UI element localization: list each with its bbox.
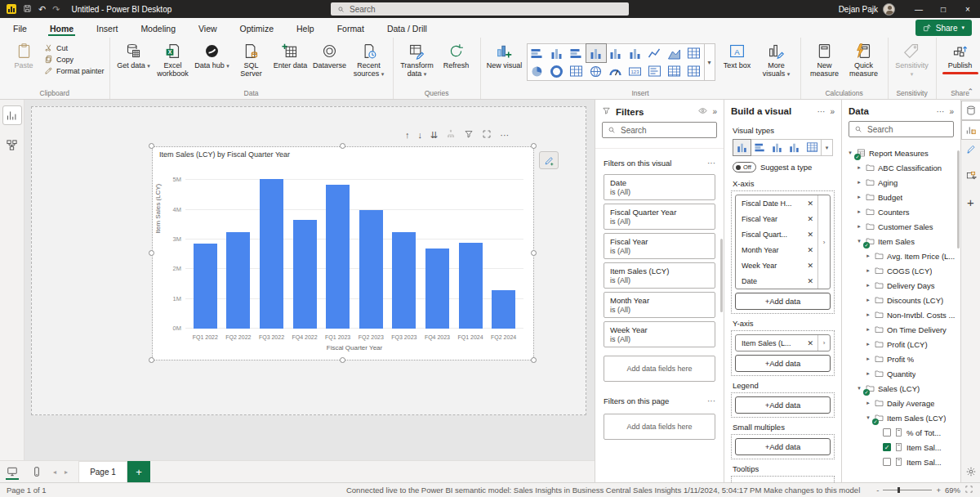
funnel-chart-icon[interactable]: [684, 44, 704, 62]
bar-fq4-2022[interactable]: [293, 220, 317, 329]
more-options-icon[interactable]: ···: [936, 107, 944, 116]
close-button[interactable]: ×: [956, 0, 980, 18]
build-visual-icon[interactable]: [962, 121, 980, 139]
visual-types-expand-chevron[interactable]: ▾: [821, 140, 832, 155]
filter-card-fiscal-quarter-year[interactable]: Fiscal Quarter Yearis (All): [604, 204, 715, 230]
expand-all-icon[interactable]: ⇊: [430, 131, 438, 140]
chevron-right-icon[interactable]: ▸: [865, 297, 871, 303]
remove-field-icon[interactable]: ✕: [805, 262, 815, 270]
tree-item-report-measures[interactable]: ▾✓Report Measures: [842, 146, 960, 160]
gauge-icon[interactable]: [606, 62, 626, 80]
expand-field-icon[interactable]: ›: [817, 335, 830, 351]
model-view-icon[interactable]: [3, 136, 21, 154]
tree-item-aging[interactable]: ▸Aging: [842, 175, 960, 190]
zoom-slider[interactable]: [883, 490, 932, 490]
user-avatar[interactable]: [883, 3, 895, 16]
bar-fq2-2022[interactable]: [226, 232, 250, 329]
tree-item-non-invtbl-costs-[interactable]: ▸Non-Invtbl. Costs ...: [842, 307, 960, 322]
chevron-right-icon[interactable]: ▸: [865, 400, 871, 406]
tree-item-item-sales[interactable]: ▾✓Item Sales: [842, 234, 960, 248]
field-pill-fiscal-date-h-[interactable]: Fiscal Date H...✕: [736, 195, 817, 211]
more-visuals-button[interactable]: More visuals ▾: [758, 41, 795, 78]
settings-gear-icon[interactable]: [961, 466, 980, 479]
mobile-layout-icon[interactable]: [24, 461, 49, 482]
bar-fq3-2022[interactable]: [260, 179, 283, 329]
chevron-right-icon[interactable]: ▸: [865, 253, 871, 259]
chevron-right-icon[interactable]: ▸: [865, 326, 871, 333]
clustered-column-chart-icon[interactable]: [786, 140, 803, 155]
field-checkbox[interactable]: [883, 428, 891, 437]
drill-up-icon[interactable]: ↑: [405, 131, 410, 140]
scrollbar[interactable]: [720, 239, 723, 312]
bar-chart-visual[interactable]: Item Sales (LCY) by Fiscal Quarter Year …: [152, 146, 534, 360]
field-pill-date[interactable]: Date✕: [736, 273, 817, 289]
bar-fq1-2022[interactable]: [194, 244, 217, 329]
menu-tab-modeling[interactable]: Modeling: [139, 20, 177, 36]
field-checkbox[interactable]: [883, 458, 891, 466]
tree-item-profit-lcy-[interactable]: ▸Profit (LCY): [842, 337, 960, 351]
100-stacked-column-chart-icon[interactable]: [626, 44, 645, 62]
filter-card-item-sales-lcy-[interactable]: Item Sales (LCY)is (All): [604, 262, 715, 289]
matrix-icon[interactable]: [684, 62, 704, 80]
menu-tab-view[interactable]: View: [197, 20, 219, 36]
filters-search-input[interactable]: Search: [602, 122, 717, 138]
chevron-right-icon[interactable]: ▸: [865, 267, 871, 274]
undo-icon[interactable]: ↶: [38, 5, 46, 14]
tree-item-counters[interactable]: ▸Counters: [842, 204, 960, 219]
tree-item-avg-item-price-l-[interactable]: ▸Avg. Item Price (L...: [842, 248, 960, 263]
focus-mode-icon[interactable]: [482, 129, 492, 141]
menu-tab-format[interactable]: Format: [336, 20, 366, 36]
chevron-right-icon[interactable]: ▸: [856, 223, 862, 230]
tree-item-profit-[interactable]: ▸Profit %: [842, 351, 960, 366]
ribbon-recent-sources-button[interactable]: Recent sources ▾: [350, 41, 388, 78]
add-filter-field-dropzone[interactable]: Add data fields here: [604, 414, 715, 440]
line-chart-icon[interactable]: [645, 44, 665, 62]
gallery-expand-chevron[interactable]: ▾: [704, 44, 715, 80]
add-filter-field-dropzone[interactable]: Add data fields here: [604, 356, 715, 382]
ribbon-data-hub-button[interactable]: Data hub ▾: [194, 41, 231, 69]
make-changes-link[interactable]: Make changes to this model: [764, 486, 860, 495]
titlebar-search-input[interactable]: Search: [331, 2, 629, 16]
card-icon[interactable]: 123: [626, 62, 645, 80]
multi-row-card-icon[interactable]: [645, 62, 665, 80]
stacked-bar-chart-icon[interactable]: [528, 44, 547, 62]
more-options-icon[interactable]: ···: [707, 396, 715, 405]
ribbon-new-measure-button[interactable]: New measure: [806, 41, 844, 78]
menu-tab-home[interactable]: Home: [48, 20, 75, 36]
pie-chart-icon[interactable]: [528, 62, 547, 80]
menu-tab-file[interactable]: File: [11, 20, 29, 36]
collapse-ribbon-chevron[interactable]: ⌃: [967, 87, 973, 96]
remove-field-icon[interactable]: ✕: [805, 199, 815, 208]
format-visual-button[interactable]: [539, 151, 559, 169]
ribbon-cut-button[interactable]: Cut: [44, 43, 105, 52]
tree-item-daily-average[interactable]: ▸Daily Average: [842, 396, 960, 410]
chevron-right-icon[interactable]: ▸: [865, 311, 871, 318]
suggest-type-toggle[interactable]: Off: [733, 162, 756, 172]
redo-icon[interactable]: ↷: [52, 5, 60, 14]
tree-item-item-sales-lcy-[interactable]: ▾✓Item Sales (LCY): [842, 410, 960, 425]
field-pill-week-year[interactable]: Week Year✕: [736, 257, 817, 273]
100-stacked-bar-chart-icon[interactable]: [567, 44, 586, 62]
selection-handle[interactable]: [149, 250, 154, 256]
format-brush-icon[interactable]: [962, 141, 980, 159]
ribbon-quick-measure-button[interactable]: Quick measure: [845, 41, 883, 78]
stacked-column-chart-icon[interactable]: [733, 140, 751, 155]
ribbon-copy-button[interactable]: Copy: [44, 55, 105, 64]
chevron-right-icon[interactable]: ▸: [856, 179, 862, 186]
selection-handle[interactable]: [149, 143, 154, 149]
tree-item-on-time-delivery[interactable]: ▸On Time Delivery: [842, 322, 960, 337]
stacked-column-chart-icon[interactable]: [547, 44, 567, 62]
ribbon-enter-data-button[interactable]: Enter data: [272, 41, 310, 69]
eye-icon[interactable]: [698, 106, 707, 117]
field-pill-month-year[interactable]: Month Year✕: [736, 242, 817, 257]
tree-item-cogs-lcy-[interactable]: ▸COGS (LCY): [842, 263, 960, 278]
filter-card-week-year[interactable]: Week Yearis (All): [604, 321, 715, 347]
filter-card-date[interactable]: Dateis (All): [604, 174, 715, 200]
tree-item-delivery-days[interactable]: ▸Delivery Days: [842, 278, 960, 293]
scrollbar[interactable]: [957, 150, 960, 248]
collapse-pane-icon[interactable]: »: [712, 107, 717, 116]
map-icon[interactable]: [586, 62, 606, 80]
add-data-button[interactable]: +Add data: [735, 355, 831, 372]
menu-tab-help[interactable]: Help: [295, 20, 316, 36]
fit-to-page-icon[interactable]: [964, 485, 973, 495]
